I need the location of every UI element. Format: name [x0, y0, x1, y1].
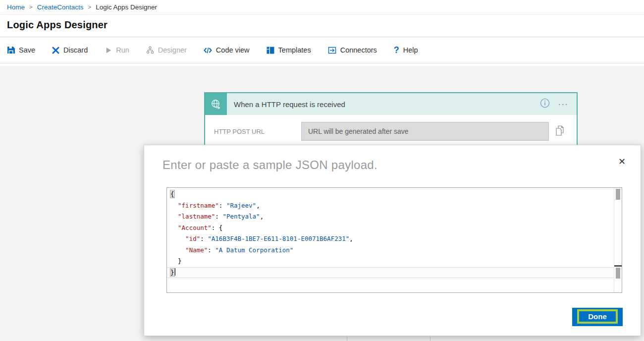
code-line[interactable]: "firstname": "Rajeev", [167, 200, 614, 212]
code-token: , [256, 202, 260, 209]
code-token [170, 213, 178, 220]
code-token [170, 235, 185, 242]
overview-cursor-marker [614, 265, 622, 267]
http-request-trigger-icon [205, 93, 227, 115]
close-icon: ✕ [618, 157, 626, 167]
code-line[interactable]: "Account": { [167, 223, 614, 234]
code-line[interactable]: { [167, 189, 614, 200]
code-view-button[interactable]: Code view [204, 46, 250, 54]
designer-icon [146, 46, 154, 54]
templates-icon [267, 47, 274, 54]
run-button-label: Run [116, 46, 129, 54]
code-token: } [170, 257, 182, 265]
save-button-label: Save [19, 46, 35, 54]
code-token: "Rajeev" [226, 202, 256, 209]
sample-json-payload-dialog: Enter or paste a sample JSON payload. ✕ … [144, 145, 641, 336]
code-token: : { [212, 224, 223, 231]
templates-button-label: Templates [278, 46, 311, 54]
editor-scrollbar[interactable] [614, 188, 622, 292]
breadcrumb-current-page: Logic Apps Designer [96, 3, 157, 11]
code-view-button-label: Code view [216, 46, 250, 54]
breadcrumb: Home > CreateContacts > Logic Apps Desig… [0, 0, 644, 15]
dialog-title: Enter or paste a sample JSON payload. [162, 158, 377, 172]
help-icon: ? [394, 45, 399, 56]
json-payload-editor[interactable]: { "firstname": "Rajeev", "lastname": "Pe… [166, 187, 622, 293]
code-token: "A Datum Corporation" [215, 246, 293, 254]
designer-button-label: Designer [158, 46, 187, 54]
code-token: : [200, 235, 208, 242]
save-button[interactable]: Save [7, 46, 35, 54]
http-post-url-label: HTTP POST URL [214, 128, 293, 135]
code-token: "lastname" [178, 213, 215, 220]
discard-icon [52, 47, 59, 54]
code-line[interactable]: "Name": "A Datum Corporation" [167, 245, 614, 256]
code-token: "Account" [178, 224, 212, 231]
close-dialog-button[interactable]: ✕ [618, 156, 626, 167]
code-token: , [260, 213, 264, 220]
code-line[interactable]: "lastname": "Pentyala", [167, 211, 614, 223]
code-token: "Name" [185, 246, 208, 254]
code-token: : [219, 202, 226, 209]
code-token [170, 224, 178, 231]
more-options-icon[interactable]: ··· [558, 100, 569, 109]
code-token [170, 246, 185, 254]
trigger-card-title: When a HTTP request is received [227, 100, 539, 109]
title-row: Logic Apps Designer [0, 15, 644, 37]
save-icon [7, 46, 15, 54]
code-line[interactable]: "id": "A16B3F4B-1BE7-E611-8101-E0071B6AF… [167, 233, 614, 245]
code-token: , [349, 235, 353, 242]
json-code-lines[interactable]: { "firstname": "Rajeev", "lastname": "Pe… [167, 188, 614, 292]
http-post-url-input: URL will be generated after save [301, 122, 549, 141]
page-title: Logic Apps Designer [7, 19, 637, 31]
designer-button[interactable]: Designer [146, 46, 187, 54]
scrollbar-thumb[interactable] [616, 189, 620, 200]
code-token [170, 202, 178, 209]
toolbar: Save Discard Run Designer [0, 37, 644, 63]
matched-bracket: { [170, 190, 174, 198]
code-view-icon [204, 47, 212, 54]
code-token: "id" [185, 235, 200, 242]
discard-button[interactable]: Discard [52, 46, 88, 54]
text-cursor [174, 268, 175, 276]
info-icon[interactable] [539, 98, 550, 111]
code-line[interactable]: } [167, 267, 614, 279]
help-button[interactable]: ? Help [394, 45, 418, 56]
code-token: "firstname" [178, 202, 219, 209]
copy-url-button[interactable] [555, 125, 565, 138]
discard-button-label: Discard [63, 46, 88, 54]
breadcrumb-separator: > [88, 4, 92, 10]
done-button[interactable]: Done [572, 308, 623, 326]
breadcrumb-link-createcontacts[interactable]: CreateContacts [37, 3, 84, 11]
code-token: : [215, 213, 222, 220]
code-line[interactable]: } [167, 256, 614, 267]
done-button-label: Done [588, 312, 607, 321]
matched-bracket: } [170, 269, 174, 276]
code-token: : [208, 246, 215, 254]
background-card-edge [347, 337, 347, 341]
background-card-edge [430, 337, 430, 341]
trigger-card-header[interactable]: When a HTTP request is received ··· [205, 93, 577, 115]
templates-button[interactable]: Templates [267, 46, 311, 54]
code-token: "A16B3F4B-1BE7-E611-8101-E0071B6AF231" [208, 235, 349, 242]
connectors-button[interactable]: Connectors [328, 46, 377, 54]
breadcrumb-link-home[interactable]: Home [7, 3, 25, 11]
code-token: "Pentyala" [222, 213, 260, 220]
connectors-button-label: Connectors [340, 46, 377, 54]
scrollbar-thumb[interactable] [616, 268, 620, 279]
run-button[interactable]: Run [105, 46, 129, 54]
copy-icon [555, 131, 565, 138]
connectors-icon [328, 47, 336, 54]
run-icon [105, 47, 112, 54]
breadcrumb-separator: > [29, 4, 33, 10]
help-button-label: Help [403, 46, 418, 54]
click-highlight-box: Done [577, 309, 618, 324]
